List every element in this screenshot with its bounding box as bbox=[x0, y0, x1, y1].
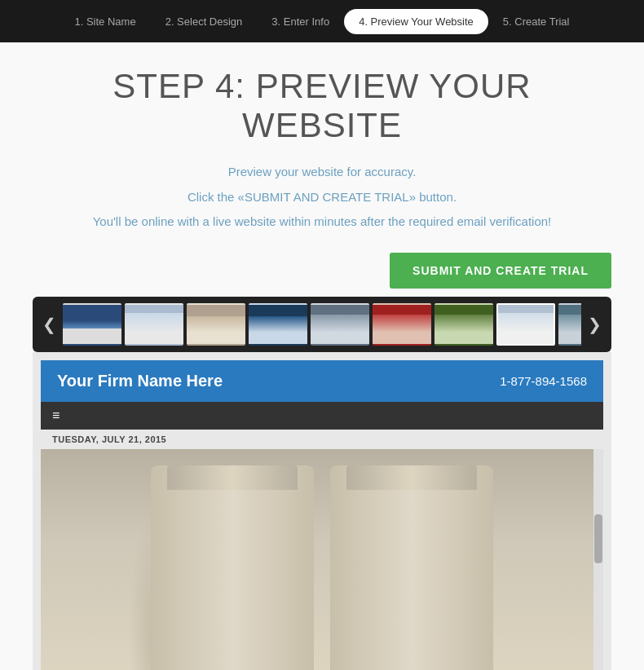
preview-nav-bar: ≡ bbox=[41, 402, 603, 430]
thumbnail-9[interactable] bbox=[558, 303, 581, 346]
nav-bar: 1. Site Name 2. Select Design 3. Enter I… bbox=[0, 0, 644, 42]
column-right bbox=[330, 465, 493, 671]
scrollbar-thumb[interactable] bbox=[594, 514, 602, 563]
website-preview: Your Firm Name Here 1-877-894-1568 ≡ TUE… bbox=[41, 360, 603, 671]
nav-step-5[interactable]: 5. Create Trial bbox=[488, 9, 584, 34]
thumbnail-3[interactable] bbox=[187, 303, 245, 346]
subtitle-3: You'll be online with a live website wit… bbox=[33, 211, 611, 232]
firm-name: Your Firm Name Here bbox=[57, 372, 223, 390]
phone-number: 1-877-894-1568 bbox=[500, 374, 587, 388]
strip-right-arrow[interactable]: ❯ bbox=[581, 315, 608, 334]
preview-hero-image bbox=[41, 449, 603, 671]
submit-button-row: SUBMIT AND CREATE TRIAL bbox=[33, 236, 611, 297]
columns-background bbox=[41, 449, 603, 671]
thumbnail-strip: ❮ ❯ bbox=[33, 297, 611, 352]
thumbnail-8[interactable] bbox=[496, 303, 555, 346]
preview-outer-wrapper: Your Firm Name Here 1-877-894-1568 ≡ TUE… bbox=[33, 352, 611, 671]
nav-step-1[interactable]: 1. Site Name bbox=[60, 9, 151, 34]
subtitle-1: Preview your website for accuracy. bbox=[33, 161, 611, 183]
nav-step-3[interactable]: 3. Enter Info bbox=[257, 9, 344, 34]
thumbnail-2[interactable] bbox=[125, 303, 183, 346]
preview-date-bar: TUESDAY, JULY 21, 2015 bbox=[41, 430, 603, 449]
thumbnail-6[interactable] bbox=[373, 303, 431, 346]
preview-header: Your Firm Name Here 1-877-894-1568 bbox=[41, 360, 603, 402]
scrollbar[interactable] bbox=[593, 449, 603, 671]
thumbnail-1[interactable] bbox=[63, 303, 121, 346]
main-content: STEP 4: PREVIEW YOUR WEBSITE Preview you… bbox=[0, 42, 644, 670]
thumbnail-4[interactable] bbox=[249, 303, 307, 346]
hamburger-icon[interactable]: ≡ bbox=[52, 408, 60, 423]
strip-left-arrow[interactable]: ❮ bbox=[36, 315, 63, 334]
nav-step-2[interactable]: 2. Select Design bbox=[151, 9, 258, 34]
submit-create-trial-button[interactable]: SUBMIT AND CREATE TRIAL bbox=[390, 253, 611, 289]
thumbnail-5[interactable] bbox=[311, 303, 369, 346]
subtitle-2: Click the «SUBMIT AND CREATE TRIAL» butt… bbox=[33, 187, 611, 208]
nav-step-4[interactable]: 4. Preview Your Website bbox=[344, 9, 488, 34]
thumbnails-container bbox=[63, 303, 581, 346]
column-left bbox=[151, 465, 314, 671]
thumbnail-7[interactable] bbox=[434, 303, 493, 346]
page-title: STEP 4: PREVIEW YOUR WEBSITE bbox=[33, 67, 611, 145]
